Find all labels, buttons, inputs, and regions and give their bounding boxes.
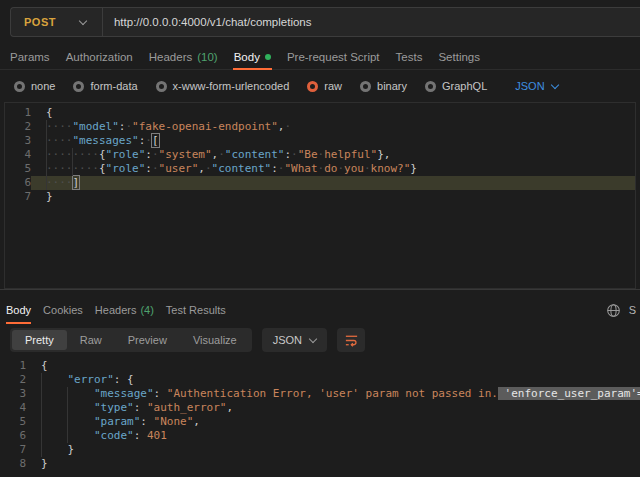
chevron-down-icon bbox=[309, 334, 317, 342]
code-line[interactable]: 7} bbox=[5, 190, 635, 204]
code-line[interactable]: 6 "code": 401 bbox=[0, 429, 640, 443]
mode-form-data[interactable]: form-data bbox=[73, 80, 137, 92]
chevron-down-icon bbox=[550, 80, 558, 88]
code-line[interactable]: 4 "type": "auth_error", bbox=[0, 401, 640, 415]
request-body-editor[interactable]: 1{2····"model":·"fake-openai-endpoint",·… bbox=[4, 102, 636, 289]
indent-guide bbox=[46, 120, 47, 190]
status-text-partial: S bbox=[629, 304, 636, 316]
code-line[interactable]: 7 } bbox=[0, 443, 640, 457]
code-line-content: ········{"role":·"user",·"content":·"Wha… bbox=[31, 162, 635, 176]
code-line-content: "param": "None", bbox=[26, 415, 640, 429]
code-line-content: ····"messages":·[ bbox=[31, 134, 635, 148]
raw-format-dropdown[interactable]: JSON bbox=[515, 80, 557, 92]
line-number: 2 bbox=[5, 120, 31, 134]
indent-guide bbox=[67, 387, 68, 443]
method-dropdown[interactable]: POST bbox=[11, 16, 102, 28]
radio-icon bbox=[360, 81, 371, 92]
line-number: 2 bbox=[0, 373, 26, 387]
code-line-content: } bbox=[26, 457, 640, 471]
response-tab-headers[interactable]: Headers (4) bbox=[95, 296, 154, 324]
line-number: 8 bbox=[0, 457, 26, 471]
code-line[interactable]: 8} bbox=[0, 457, 640, 471]
code-line[interactable]: 3 "message": "Authentication Error, 'use… bbox=[0, 387, 640, 401]
indent-guide bbox=[72, 148, 73, 176]
line-number: 6 bbox=[0, 429, 26, 443]
code-line-content: { bbox=[31, 106, 635, 120]
line-number: 3 bbox=[0, 387, 26, 401]
code-line[interactable]: 5········{"role":·"user",·"content":·"Wh… bbox=[5, 162, 635, 176]
view-preview[interactable]: Preview bbox=[115, 330, 180, 350]
code-line-content: ····] bbox=[31, 176, 635, 190]
line-number: 6 bbox=[5, 176, 31, 190]
wrap-lines-button[interactable] bbox=[337, 328, 365, 352]
line-number: 1 bbox=[0, 359, 26, 373]
response-toolbar: Pretty Raw Preview Visualize JSON bbox=[0, 324, 640, 356]
request-url-bar: POST http://0.0.0.0:4000/v1/chat/complet… bbox=[10, 7, 640, 37]
tab-params[interactable]: Params bbox=[10, 44, 50, 69]
mode-binary[interactable]: binary bbox=[360, 80, 407, 92]
view-raw[interactable]: Raw bbox=[67, 330, 115, 350]
line-number: 7 bbox=[0, 443, 26, 457]
line-number: 5 bbox=[0, 415, 26, 429]
line-number: 3 bbox=[5, 134, 31, 148]
mode-none[interactable]: none bbox=[14, 80, 55, 92]
code-line-content: ····"model":·"fake-openai-endpoint",· bbox=[31, 120, 635, 134]
code-line[interactable]: 1{ bbox=[5, 106, 635, 120]
code-line-content: ········{"role":·"system",·"content":·"B… bbox=[31, 148, 635, 162]
mode-graphql[interactable]: GraphQL bbox=[425, 80, 487, 92]
mode-x-www-form-urlencoded[interactable]: x-www-form-urlencoded bbox=[156, 80, 290, 92]
line-number: 1 bbox=[5, 106, 31, 120]
radio-icon bbox=[156, 81, 167, 92]
response-tab-cookies[interactable]: Cookies bbox=[43, 296, 83, 324]
tab-headers[interactable]: Headers (10) bbox=[149, 44, 218, 69]
request-tabs: Params Authorization Headers (10) Body P… bbox=[0, 44, 640, 70]
radio-icon bbox=[14, 81, 25, 92]
tab-tests[interactable]: Tests bbox=[396, 44, 423, 69]
mode-raw[interactable]: raw bbox=[307, 80, 342, 92]
code-line-content: } bbox=[26, 443, 640, 457]
code-line-content: } bbox=[31, 190, 635, 204]
method-label: POST bbox=[24, 16, 56, 28]
response-tab-test-results[interactable]: Test Results bbox=[166, 296, 226, 324]
response-meta: S bbox=[606, 296, 628, 324]
tab-pre-request-script[interactable]: Pre-request Script bbox=[287, 44, 380, 69]
view-pretty[interactable]: Pretty bbox=[12, 330, 67, 350]
line-number: 4 bbox=[0, 401, 26, 415]
globe-icon[interactable] bbox=[606, 303, 621, 318]
response-section: Body Cookies Headers (4) Test Results S … bbox=[0, 289, 640, 477]
code-line[interactable]: 5 "param": "None", bbox=[0, 415, 640, 429]
code-line[interactable]: 1{ bbox=[0, 359, 640, 373]
chevron-down-icon bbox=[79, 16, 87, 24]
view-visualize[interactable]: Visualize bbox=[180, 330, 250, 350]
tab-authorization[interactable]: Authorization bbox=[66, 44, 133, 69]
line-number: 4 bbox=[5, 148, 31, 162]
wrap-text-icon bbox=[344, 333, 359, 348]
code-line-content: "code": 401 bbox=[26, 429, 640, 443]
code-line[interactable]: 3····"messages":·[ bbox=[5, 134, 635, 148]
code-line-content: "error": { bbox=[26, 373, 640, 387]
response-headers-count: (4) bbox=[140, 304, 153, 316]
radio-icon bbox=[425, 81, 436, 92]
code-line[interactable]: 6····] bbox=[5, 176, 635, 190]
response-format-dropdown[interactable]: JSON bbox=[262, 328, 327, 352]
response-tab-body[interactable]: Body bbox=[6, 296, 31, 324]
code-line-content: "message": "Authentication Error, 'user'… bbox=[26, 387, 640, 401]
indent-guide bbox=[41, 373, 42, 457]
body-modified-dot bbox=[265, 54, 271, 60]
body-mode-row: none form-data x-www-form-urlencoded raw… bbox=[0, 70, 640, 102]
tab-body[interactable]: Body bbox=[234, 44, 271, 69]
response-tabs: Body Cookies Headers (4) Test Results S bbox=[0, 290, 640, 324]
code-line-content: { bbox=[26, 359, 640, 373]
code-line[interactable]: 2····"model":·"fake-openai-endpoint",· bbox=[5, 120, 635, 134]
headers-count: (10) bbox=[197, 51, 217, 63]
code-line[interactable]: 4········{"role":·"system",·"content":·"… bbox=[5, 148, 635, 162]
response-body-editor[interactable]: 1{2 "error": {3 "message": "Authenticati… bbox=[0, 356, 640, 477]
code-line[interactable]: 2 "error": { bbox=[0, 373, 640, 387]
line-number: 5 bbox=[5, 162, 31, 176]
line-number: 7 bbox=[5, 190, 31, 204]
url-input[interactable]: http://0.0.0.0:4000/v1/chat/completions bbox=[103, 16, 312, 28]
code-line-content: "type": "auth_error", bbox=[26, 401, 640, 415]
radio-selected-icon bbox=[307, 81, 318, 92]
radio-icon bbox=[73, 81, 84, 92]
tab-settings[interactable]: Settings bbox=[438, 44, 480, 69]
